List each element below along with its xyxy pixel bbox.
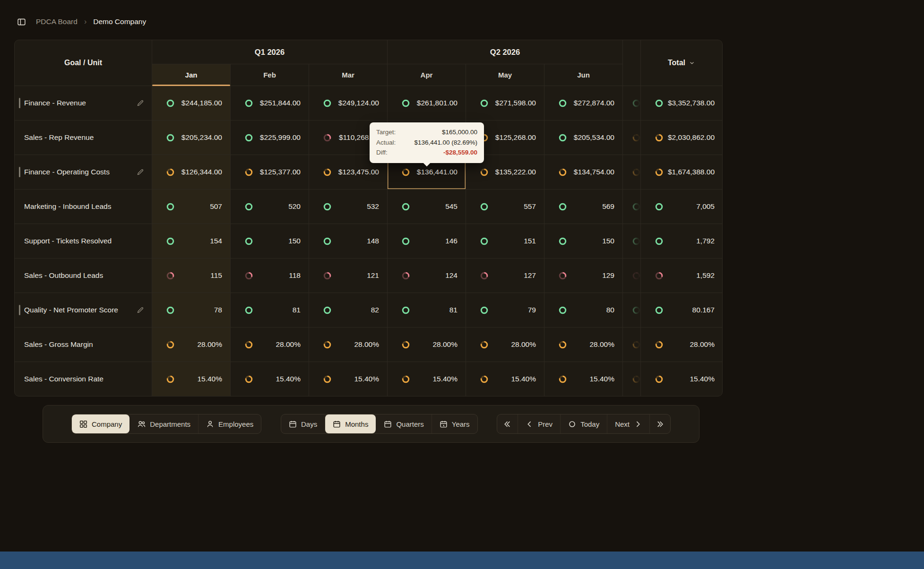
- value-cell-feb[interactable]: 81: [230, 293, 309, 327]
- value-cell-apr[interactable]: 15.40%: [387, 362, 466, 396]
- value-cell-may[interactable]: 79: [466, 293, 544, 327]
- total-cell[interactable]: 28.00%: [640, 328, 722, 362]
- value-cell-jun[interactable]: 28.00%: [544, 328, 622, 362]
- value-cell-apr[interactable]: 124: [387, 259, 466, 293]
- value-cell-apr[interactable]: 81: [387, 293, 466, 327]
- row-drag-handle[interactable]: [19, 167, 20, 177]
- value-cell-jun[interactable]: 15.40%: [544, 362, 622, 396]
- month-header-may[interactable]: May: [466, 64, 544, 86]
- granularity-quarters-button[interactable]: Quarters: [376, 414, 431, 433]
- value-cell-jan[interactable]: 15.40%: [152, 362, 230, 396]
- value-cell-feb[interactable]: 150: [230, 224, 309, 258]
- total-cell[interactable]: 80.167: [640, 293, 722, 327]
- value-cell-jan[interactable]: 28.00%: [152, 328, 230, 362]
- scope-departments-button[interactable]: Departments: [130, 414, 198, 433]
- scope-employees-button[interactable]: Employees: [198, 414, 261, 433]
- edit-goal-button[interactable]: [136, 98, 145, 108]
- value-cell-apr[interactable]: 146: [387, 224, 466, 258]
- today-button[interactable]: Today: [560, 414, 607, 433]
- goal-cell[interactable]: Quality - Net Promoter Score: [15, 293, 152, 327]
- value-cell-feb[interactable]: 15.40%: [230, 362, 309, 396]
- breadcrumb-link-pdca-board[interactable]: PDCA Board: [36, 17, 78, 26]
- value-cell-feb[interactable]: $225,999.00: [230, 121, 309, 155]
- prev-button[interactable]: Prev: [518, 414, 560, 433]
- first-page-button[interactable]: [497, 414, 518, 433]
- total-cell[interactable]: 15.40%: [640, 362, 722, 396]
- value-cell-may[interactable]: $271,598.00: [466, 86, 544, 120]
- goal-cell[interactable]: Sales - Gross Margin: [15, 328, 152, 362]
- quarter-header-q1[interactable]: Q1 2026: [152, 40, 387, 64]
- sidebar-toggle-button[interactable]: [15, 16, 27, 28]
- value-cell-mar[interactable]: 148: [309, 224, 387, 258]
- tooltip-diff-label: Diff:: [376, 147, 388, 158]
- total-cell[interactable]: 1,592: [640, 259, 722, 293]
- value-cell-jan[interactable]: 507: [152, 190, 230, 224]
- next-button[interactable]: Next: [607, 414, 649, 433]
- goal-cell[interactable]: Sales - Rep Revenue: [15, 121, 152, 155]
- value-cell-jun[interactable]: 569: [544, 190, 622, 224]
- row-drag-handle[interactable]: [19, 98, 20, 108]
- goal-unit-header-label: Goal / Unit: [64, 59, 102, 67]
- goal-cell[interactable]: Finance - Revenue: [15, 86, 152, 120]
- goal-cell[interactable]: Finance - Operating Costs: [15, 155, 152, 189]
- value-cell-jan[interactable]: 115: [152, 259, 230, 293]
- status-donut-icon: [166, 134, 174, 142]
- quarter-header-q2[interactable]: Q2 2026: [387, 40, 622, 64]
- goal-cell[interactable]: Sales - Outbound Leads: [15, 259, 152, 293]
- total-cell[interactable]: 7,005: [640, 190, 722, 224]
- status-donut-icon: [245, 237, 253, 245]
- goal-cell[interactable]: Marketing - Inbound Leads: [15, 190, 152, 224]
- value-cell-mar[interactable]: 532: [309, 190, 387, 224]
- granularity-months-button[interactable]: Months: [325, 414, 376, 433]
- goal-cell[interactable]: Support - Tickets Resolved: [15, 224, 152, 258]
- value-cell-mar[interactable]: 82: [309, 293, 387, 327]
- value-cell-mar[interactable]: $249,124.00: [309, 86, 387, 120]
- total-cell[interactable]: $1,674,388.00: [640, 155, 722, 189]
- month-header-jan[interactable]: Jan: [152, 64, 230, 86]
- edit-goal-button[interactable]: [136, 167, 145, 177]
- value-cell-may[interactable]: 15.40%: [466, 362, 544, 396]
- value-cell-jun[interactable]: $272,874.00: [544, 86, 622, 120]
- value-cell-jan[interactable]: $205,234.00: [152, 121, 230, 155]
- value-cell-jan[interactable]: 154: [152, 224, 230, 258]
- value-cell-feb[interactable]: 520: [230, 190, 309, 224]
- month-header-apr[interactable]: Apr: [387, 64, 466, 86]
- value-cell-apr[interactable]: $261,801.00: [387, 86, 466, 120]
- value-cell-mar[interactable]: 28.00%: [309, 328, 387, 362]
- value-cell-feb[interactable]: $251,844.00: [230, 86, 309, 120]
- granularity-years-button[interactable]: Years: [432, 414, 477, 433]
- value-cell-jun[interactable]: 150: [544, 224, 622, 258]
- total-cell[interactable]: 1,792: [640, 224, 722, 258]
- month-header-mar[interactable]: Mar: [309, 64, 387, 86]
- total-header[interactable]: Total: [640, 40, 722, 86]
- row-drag-handle[interactable]: [19, 305, 20, 315]
- status-donut-icon: [166, 99, 174, 107]
- value-cell-may[interactable]: 151: [466, 224, 544, 258]
- value-cell-may[interactable]: 557: [466, 190, 544, 224]
- value-cell-jan[interactable]: $244,185.00: [152, 86, 230, 120]
- value-cell-feb[interactable]: 118: [230, 259, 309, 293]
- goal-cell[interactable]: Sales - Conversion Rate: [15, 362, 152, 396]
- edit-goal-button[interactable]: [136, 305, 145, 315]
- value-cell-mar[interactable]: 15.40%: [309, 362, 387, 396]
- value-cell-feb[interactable]: $125,377.00: [230, 155, 309, 189]
- value-cell-feb[interactable]: 28.00%: [230, 328, 309, 362]
- total-cell[interactable]: $2,030,862.00: [640, 121, 722, 155]
- value-cell-jun[interactable]: 129: [544, 259, 622, 293]
- granularity-days-button[interactable]: Days: [281, 414, 325, 433]
- month-header-feb[interactable]: Feb: [230, 64, 309, 86]
- month-header-jun[interactable]: Jun: [544, 64, 622, 86]
- value-cell-jun[interactable]: 80: [544, 293, 622, 327]
- value-cell-apr[interactable]: 545: [387, 190, 466, 224]
- value-cell-may[interactable]: 127: [466, 259, 544, 293]
- value-cell-jan[interactable]: 78: [152, 293, 230, 327]
- value-cell-jan[interactable]: $126,344.00: [152, 155, 230, 189]
- value-cell-apr[interactable]: 28.00%: [387, 328, 466, 362]
- total-cell[interactable]: $3,352,738.00: [640, 86, 722, 120]
- value-cell-jun[interactable]: $134,754.00: [544, 155, 622, 189]
- value-cell-jun[interactable]: $205,534.00: [544, 121, 622, 155]
- value-cell-may[interactable]: 28.00%: [466, 328, 544, 362]
- value-cell-mar[interactable]: 121: [309, 259, 387, 293]
- last-page-button[interactable]: [649, 414, 670, 433]
- scope-company-button[interactable]: Company: [72, 414, 130, 433]
